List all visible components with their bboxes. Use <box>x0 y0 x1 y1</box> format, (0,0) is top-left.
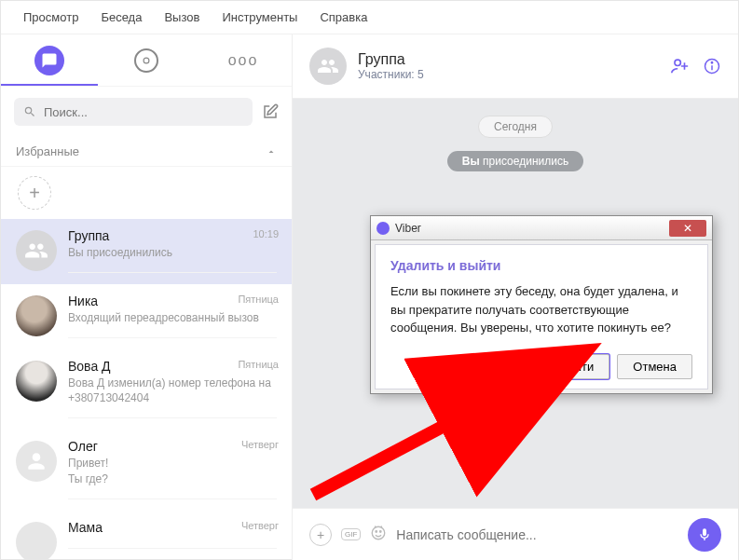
chat-item-group[interactable]: Группа Вы присоединились 10:19 <box>1 219 292 284</box>
chat-timestamp: Пятница <box>238 294 279 305</box>
tab-chats[interactable] <box>1 34 98 86</box>
chevron-up-icon <box>266 146 277 157</box>
dialog-text: Если вы покинете эту беседу, она будет у… <box>390 282 692 337</box>
chat-preview: Входящий переадресованный вызов <box>68 310 277 326</box>
rakuten-icon <box>134 48 158 73</box>
chat-list: Группа Вы присоединились 10:19 Ника Вход… <box>1 219 292 560</box>
avatar <box>16 361 57 402</box>
dialog-appname: Viber <box>395 222 421 235</box>
chat-item[interactable]: Вова Д Вова Д изменил(а) номер телефона … <box>1 349 292 430</box>
tab-media[interactable] <box>98 34 195 86</box>
chat-timestamp: Четверг <box>241 520 279 531</box>
group-avatar-icon <box>16 230 57 271</box>
system-message: Вы присоединились <box>447 151 583 171</box>
chat-name: Группа <box>358 51 658 68</box>
confirm-dialog: Viber ✕ Удалить и выйти Если вы покинете… <box>370 215 713 394</box>
search-field[interactable] <box>44 105 243 119</box>
chat-timestamp: 10:19 <box>253 228 279 239</box>
dialog-titlebar: Viber ✕ <box>371 216 712 240</box>
menu-call[interactable]: Вызов <box>164 10 199 24</box>
chat-preview: Привет! Ты где? <box>68 456 277 487</box>
add-user-icon[interactable] <box>669 56 690 76</box>
svg-point-7 <box>380 531 382 533</box>
add-favorite-button[interactable]: + <box>18 176 51 210</box>
menu-chat[interactable]: Беседа <box>101 10 142 24</box>
chat-timestamp: Четверг <box>241 439 279 450</box>
tab-more[interactable]: ooo <box>195 34 292 86</box>
chat-item[interactable]: Олег Привет! Ты где? Четверг <box>1 430 292 511</box>
info-icon[interactable] <box>703 57 721 75</box>
date-separator: Сегодня <box>478 116 553 138</box>
gif-button[interactable]: GIF <box>341 528 361 540</box>
chat-timestamp: Пятница <box>238 359 279 370</box>
avatar <box>16 295 57 336</box>
favorites-header[interactable]: Избранные <box>1 137 292 167</box>
search-input[interactable] <box>14 98 253 126</box>
svg-point-5 <box>373 526 386 540</box>
chat-header: Группа Участники: 5 <box>293 34 738 99</box>
mic-button[interactable] <box>688 518 721 552</box>
menu-view[interactable]: Просмотр <box>23 10 78 24</box>
menubar: Просмотр Беседа Вызов Инструменты Справк… <box>1 1 738 34</box>
dialog-heading: Удалить и выйти <box>390 258 692 273</box>
chat-participants: Участники: 5 <box>358 68 658 81</box>
chat-item[interactable]: Ника Входящий переадресованный вызов Пят… <box>1 284 292 349</box>
svg-point-6 <box>376 531 377 533</box>
viber-icon <box>376 222 390 235</box>
sidebar-tabs: ooo <box>1 34 292 87</box>
svg-point-0 <box>144 58 149 63</box>
sidebar: ooo Избранные + <box>1 34 293 560</box>
svg-point-4 <box>711 62 712 63</box>
message-input[interactable] <box>396 527 678 542</box>
message-composer: + GIF <box>293 508 738 560</box>
cancel-button[interactable]: Отмена <box>617 354 692 379</box>
menu-tools[interactable]: Инструменты <box>222 10 297 24</box>
svg-point-1 <box>675 60 680 65</box>
compose-icon[interactable] <box>262 103 279 120</box>
close-button[interactable]: ✕ <box>669 220 706 237</box>
search-icon <box>23 105 36 118</box>
more-icon: ooo <box>228 52 259 69</box>
favorites-label: Избранные <box>16 144 79 158</box>
sticker-icon[interactable] <box>370 525 387 544</box>
attach-button[interactable]: + <box>309 524 332 546</box>
menu-help[interactable]: Справка <box>320 10 367 24</box>
group-avatar-icon <box>309 48 347 85</box>
avatar-placeholder-icon <box>16 441 57 482</box>
chat-preview: Вы присоединились <box>68 245 277 261</box>
chat-bubble-icon <box>34 46 64 75</box>
exit-button[interactable]: Выйти <box>542 354 610 379</box>
chat-item[interactable]: Мама Четверг <box>1 511 292 560</box>
avatar-placeholder-icon <box>16 522 57 560</box>
chat-preview: Вова Д изменил(а) номер телефона на +380… <box>68 376 277 407</box>
chat-title: Группа <box>68 228 277 243</box>
